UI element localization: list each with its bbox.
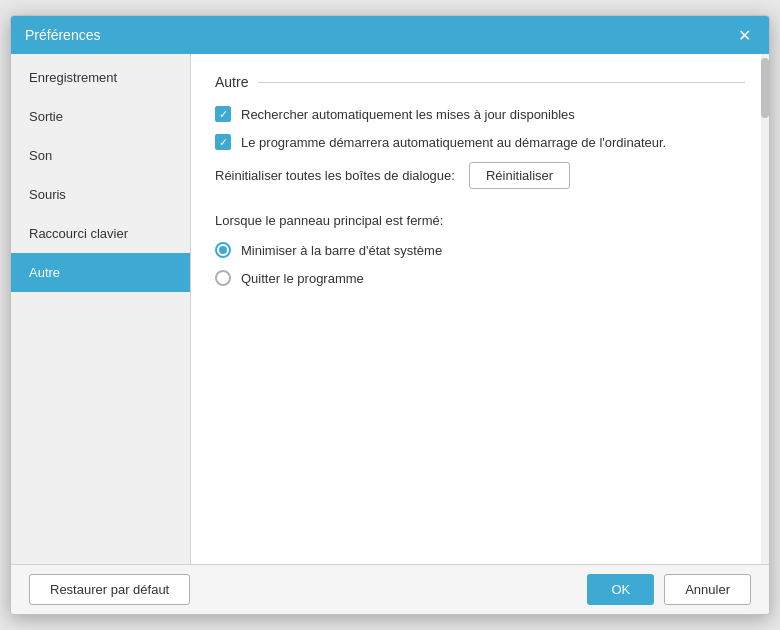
checkbox-updates-label: Rechercher automatiquement les mises à j… [241,107,575,122]
scrollbar-track[interactable] [761,54,769,564]
checkbox-autostart-label: Le programme démarrera automatiquement a… [241,135,666,150]
ok-button[interactable]: OK [587,574,654,605]
close-button[interactable]: ✕ [733,24,755,46]
checkbox-autostart[interactable]: ✓ [215,134,231,150]
radio-quit-label: Quitter le programme [241,271,364,286]
scrollbar-thumb[interactable] [761,58,769,118]
radio-minimize[interactable] [215,242,231,258]
radio-row-quit: Quitter le programme [215,270,745,286]
sidebar-item-sortie[interactable]: Sortie [11,97,190,136]
panel-closed-label: Lorsque le panneau principal est fermé: [215,213,745,228]
reinitialiser-button[interactable]: Réinitialiser [469,162,570,189]
sidebar-item-autre[interactable]: Autre [11,253,190,292]
cancel-button[interactable]: Annuler [664,574,751,605]
checkbox-updates[interactable]: ✓ [215,106,231,122]
sidebar-item-son[interactable]: Son [11,136,190,175]
checkmark-autostart: ✓ [219,137,228,148]
reset-row: Réinitialiser toutes les boîtes de dialo… [215,162,745,189]
sidebar-item-souris[interactable]: Souris [11,175,190,214]
checkbox-row-updates: ✓ Rechercher automatiquement les mises à… [215,106,745,122]
radio-minimize-label: Minimiser à la barre d'état système [241,243,442,258]
titlebar: Préférences ✕ [11,16,769,54]
radio-row-minimize: Minimiser à la barre d'état système [215,242,745,258]
dialog-title: Préférences [25,27,100,43]
restore-defaults-button[interactable]: Restaurer par défaut [29,574,190,605]
sidebar: Enregistrement Sortie Son Souris Raccour… [11,54,191,564]
sidebar-item-raccourci[interactable]: Raccourci clavier [11,214,190,253]
radio-minimize-inner [219,246,227,254]
sidebar-item-enregistrement[interactable]: Enregistrement [11,58,190,97]
footer-right: OK Annuler [587,574,751,605]
main-panel: Autre ✓ Rechercher automatiquement les m… [191,54,769,564]
radio-quit[interactable] [215,270,231,286]
footer: Restaurer par défaut OK Annuler [11,564,769,614]
section-heading: Autre [215,74,745,90]
checkmark-updates: ✓ [219,109,228,120]
checkbox-row-autostart: ✓ Le programme démarrera automatiquement… [215,134,745,150]
content-area: Enregistrement Sortie Son Souris Raccour… [11,54,769,564]
footer-left: Restaurer par défaut [29,574,190,605]
reset-row-label: Réinitialiser toutes les boîtes de dialo… [215,168,455,183]
preferences-dialog: Préférences ✕ Enregistrement Sortie Son … [10,15,770,615]
